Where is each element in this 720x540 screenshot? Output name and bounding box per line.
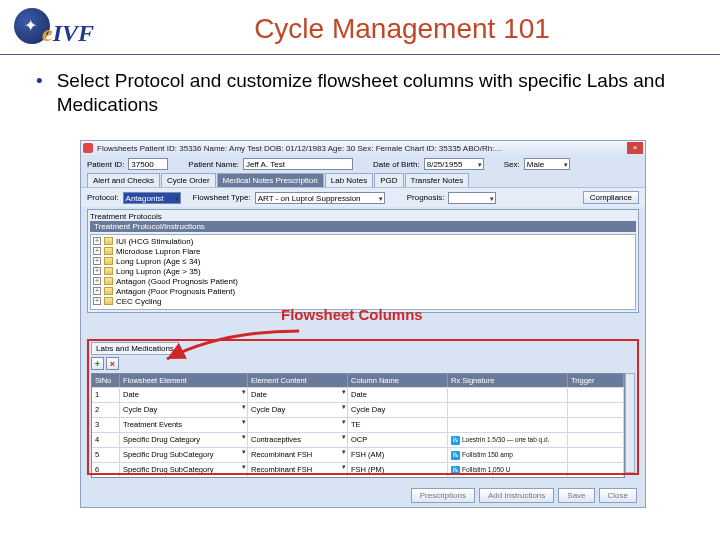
col-name[interactable]: Column Name [348,374,448,387]
close-icon[interactable]: × [627,142,643,154]
add-button[interactable]: + [91,357,104,370]
cell-trigger[interactable] [568,417,624,432]
tree-item[interactable]: +IUI (HCG Stimulation) [93,236,633,246]
compliance-button[interactable]: Compliance [583,191,639,204]
slide-header: eIVF Cycle Management 101 [0,0,720,55]
sex-field[interactable]: Male [524,158,570,170]
col-slno[interactable]: SlNo [92,374,120,387]
tree-item[interactable]: +Antagon (Good Prognosis Patient) [93,276,633,286]
grid-header: SlNo Flowsheet Element Element Content C… [92,374,624,387]
close-button[interactable]: Close [599,488,637,503]
col-element[interactable]: Flowsheet Element [120,374,248,387]
cell-rx[interactable]: ℞Loestrin 1.5/30 — one tab q.d. [448,432,568,447]
col-rx[interactable]: Rx Signature [448,374,568,387]
tree-item[interactable]: +Microdose Lupron Flare [93,246,633,256]
cell-element[interactable]: Specific Drug SubCategory [120,462,248,477]
add-instructions-button[interactable]: Add Instructions [479,488,554,503]
cell-trigger[interactable] [568,462,624,477]
cell-element[interactable]: Specific Drug Category [120,432,248,447]
cell-column-name[interactable]: TE [348,417,448,432]
tree-label: IUI (HCG Stimulation) [116,237,193,246]
tree-item[interactable]: +Long Lupron (Age ≤ 34) [93,256,633,266]
cell-slno: 1 [92,387,120,402]
protocol-select[interactable]: Antagonist [123,192,181,204]
col-trigger[interactable]: Trigger [568,374,624,387]
grid-scrollbar[interactable] [625,373,635,473]
cell-rx[interactable]: ℞Follistim 150 amp [448,447,568,462]
table-row[interactable]: 2Cycle DayCycle DayCycle Day [92,402,624,417]
table-row[interactable]: 5Specific Drug SubCategoryRecombinant FS… [92,447,624,462]
tab-medical-notes[interactable]: Medical Notes Prescription [217,173,324,187]
treatment-protocols-label: Treatment Protocols [90,212,636,221]
cell-element[interactable]: Specific Drug SubCategory [120,447,248,462]
cell-rx[interactable] [448,417,568,432]
cell-content[interactable]: Contraceptives [248,432,348,447]
table-row[interactable]: 3Treatment EventsTE [92,417,624,432]
cell-element[interactable]: Date [120,387,248,402]
prognosis-label: Prognosis: [407,193,445,202]
expand-icon[interactable]: + [93,297,101,305]
tab-cycle-order[interactable]: Cycle Order [161,173,216,187]
expand-icon[interactable]: + [93,247,101,255]
prognosis-select[interactable] [448,192,496,204]
patient-form-row: Patient ID: 37500 Patient Name: Jeff A. … [81,155,645,173]
flowtype-label: Flowsheet Type: [193,193,251,202]
app-icon [83,143,93,153]
cell-rx[interactable] [448,402,568,417]
tree-item[interactable]: +Long Lupron (Age > 35) [93,266,633,276]
cell-column-name[interactable]: OCP [348,432,448,447]
cell-rx[interactable]: ℞Follistim 1,050 U [448,462,568,477]
patient-id-label: Patient ID: [87,160,124,169]
folder-icon [104,277,113,285]
cell-element[interactable]: Cycle Day [120,402,248,417]
cell-content[interactable] [248,417,348,432]
tab-lab-notes[interactable]: Lab Notes [325,173,373,187]
expand-icon[interactable]: + [93,267,101,275]
flowtype-select[interactable]: ART - on Luprol Suppression [255,192,385,204]
dob-field[interactable]: 8/25/1955 [424,158,484,170]
cell-content[interactable]: Cycle Day [248,402,348,417]
cell-trigger[interactable] [568,447,624,462]
cell-content[interactable]: Recombinant FSH [248,447,348,462]
table-row[interactable]: 1DateDateDate [92,387,624,402]
cell-rx[interactable] [448,387,568,402]
cell-column-name[interactable]: Date [348,387,448,402]
protocol-bar: Protocol: Antagonist Flowsheet Type: ART… [81,187,645,207]
expand-icon[interactable]: + [93,277,101,285]
cell-slno: 5 [92,447,120,462]
expand-icon[interactable]: + [93,287,101,295]
patient-name-field[interactable]: Jeff A. Test [243,158,353,170]
col-content[interactable]: Element Content [248,374,348,387]
rx-icon: ℞ [451,466,460,475]
table-row[interactable]: 6Specific Drug SubCategoryRecombinant FS… [92,462,624,477]
tab-alerts[interactable]: Alert and Checks [87,173,160,187]
cell-trigger[interactable] [568,387,624,402]
cell-trigger[interactable] [568,402,624,417]
tab-pgd[interactable]: PGD [374,173,403,187]
cell-column-name[interactable]: FSH (AM) [348,447,448,462]
cell-content[interactable]: Recombinant FSH [248,462,348,477]
cell-column-name[interactable]: Cycle Day [348,402,448,417]
cell-content[interactable]: Date [248,387,348,402]
cell-column-name[interactable]: FSH (PM) [348,462,448,477]
delete-button[interactable]: × [106,357,119,370]
app-titlebar: Flowsheets Patient ID: 35336 Name: Amy T… [81,141,645,155]
patient-id-field[interactable]: 37500 [128,158,168,170]
cell-element[interactable]: Treatment Events [120,417,248,432]
save-button[interactable]: Save [558,488,594,503]
treatment-protocol-instructions-header: Treatment Protocol/Instructions [90,221,636,232]
logo: eIVF [14,8,104,50]
expand-icon[interactable]: + [93,257,101,265]
protocol-tree[interactable]: +IUI (HCG Stimulation) +Microdose Lupron… [90,234,636,310]
cell-slno: 3 [92,417,120,432]
flowsheet-grid[interactable]: SlNo Flowsheet Element Element Content C… [91,373,625,478]
prescriptions-button[interactable]: Prescriptions [411,488,475,503]
folder-icon [104,257,113,265]
cell-trigger[interactable] [568,432,624,447]
tree-item[interactable]: +Antagon (Poor Prognosis Patient) [93,286,633,296]
table-row[interactable]: 4Specific Drug CategoryContraceptivesOCP… [92,432,624,447]
expand-icon[interactable]: + [93,237,101,245]
tree-item[interactable]: +CEC Cycling [93,296,633,306]
x-icon: × [110,359,115,369]
tab-transfer-notes[interactable]: Transfer Notes [405,173,470,187]
